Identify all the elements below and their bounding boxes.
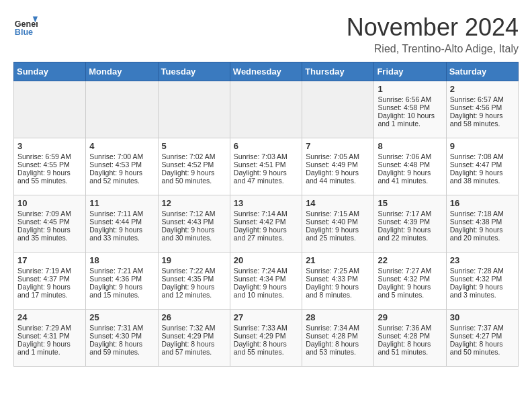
- day-info: Daylight: 9 hours and 10 minutes.: [234, 283, 298, 299]
- day-info: Sunrise: 7:17 AM: [378, 210, 442, 218]
- col-header-monday: Monday: [86, 62, 158, 81]
- calendar-cell: 9Sunrise: 7:08 AMSunset: 4:47 PMDaylight…: [446, 138, 518, 195]
- day-number: 16: [450, 198, 515, 208]
- calendar-cell: 17Sunrise: 7:19 AMSunset: 4:37 PMDayligh…: [14, 253, 86, 310]
- day-number: 23: [450, 255, 515, 265]
- day-number: 2: [450, 84, 515, 94]
- day-info: Sunset: 4:28 PM: [306, 332, 370, 340]
- day-info: Sunrise: 7:28 AM: [450, 267, 515, 275]
- day-info: Sunrise: 7:34 AM: [306, 324, 370, 332]
- day-info: Daylight: 8 hours and 50 minutes.: [450, 340, 515, 356]
- day-info: Sunset: 4:58 PM: [378, 103, 442, 111]
- day-info: Daylight: 9 hours and 27 minutes.: [234, 226, 298, 242]
- day-number: 3: [17, 141, 82, 151]
- day-number: 4: [89, 141, 154, 151]
- day-info: Sunset: 4:51 PM: [234, 161, 298, 169]
- calendar-cell: 27Sunrise: 7:33 AMSunset: 4:29 PMDayligh…: [230, 310, 302, 367]
- day-info: Daylight: 9 hours and 3 minutes.: [450, 283, 515, 299]
- day-info: Daylight: 9 hours and 30 minutes.: [162, 226, 226, 242]
- day-number: 20: [234, 255, 298, 265]
- day-info: Sunset: 4:40 PM: [306, 218, 370, 226]
- svg-text:Blue: Blue: [15, 28, 33, 37]
- calendar-cell: 13Sunrise: 7:14 AMSunset: 4:42 PMDayligh…: [230, 195, 302, 253]
- calendar-cell: 3Sunrise: 6:59 AMSunset: 4:55 PMDaylight…: [14, 138, 86, 195]
- day-info: Sunset: 4:44 PM: [89, 218, 154, 226]
- day-info: Sunset: 4:30 PM: [89, 332, 154, 340]
- day-info: Daylight: 8 hours and 55 minutes.: [234, 340, 298, 356]
- day-info: Daylight: 9 hours and 55 minutes.: [17, 169, 82, 185]
- day-number: 1: [378, 84, 442, 94]
- day-info: Daylight: 9 hours and 1 minute.: [17, 340, 82, 356]
- day-number: 24: [17, 312, 82, 322]
- calendar-cell: 29Sunrise: 7:36 AMSunset: 4:28 PMDayligh…: [374, 310, 446, 367]
- day-number: 8: [378, 141, 442, 151]
- day-info: Sunrise: 6:59 AM: [17, 152, 82, 161]
- day-info: Sunrise: 7:09 AM: [17, 210, 82, 218]
- day-info: Daylight: 8 hours and 59 minutes.: [89, 340, 154, 356]
- day-number: 12: [162, 198, 226, 208]
- day-info: Sunrise: 7:19 AM: [17, 267, 82, 275]
- day-info: Sunset: 4:39 PM: [378, 218, 442, 226]
- week-row-3: 10Sunrise: 7:09 AMSunset: 4:45 PMDayligh…: [14, 195, 519, 253]
- page-header: General Blue November 2024 Ried, Trentin…: [13, 13, 519, 55]
- day-info: Daylight: 8 hours and 51 minutes.: [378, 340, 442, 356]
- calendar-cell: 6Sunrise: 7:03 AMSunset: 4:51 PMDaylight…: [230, 138, 302, 195]
- day-info: Sunrise: 7:06 AM: [378, 152, 442, 161]
- calendar-cell: 25Sunrise: 7:31 AMSunset: 4:30 PMDayligh…: [86, 310, 158, 367]
- day-info: Sunrise: 7:14 AM: [234, 210, 298, 218]
- calendar-cell: 5Sunrise: 7:02 AMSunset: 4:52 PMDaylight…: [158, 138, 230, 195]
- day-info: Daylight: 9 hours and 50 minutes.: [162, 169, 226, 185]
- day-info: Daylight: 9 hours and 17 minutes.: [17, 283, 82, 299]
- calendar-cell: 2Sunrise: 6:57 AMSunset: 4:56 PMDaylight…: [446, 81, 518, 138]
- day-info: Sunrise: 7:31 AM: [89, 324, 154, 332]
- day-info: Sunset: 4:32 PM: [450, 275, 515, 283]
- day-info: Daylight: 9 hours and 35 minutes.: [17, 226, 82, 242]
- day-info: Sunset: 4:33 PM: [306, 275, 370, 283]
- day-number: 26: [162, 312, 226, 322]
- day-info: Sunrise: 7:37 AM: [450, 324, 515, 332]
- day-info: Sunrise: 7:36 AM: [378, 324, 442, 332]
- day-info: Daylight: 9 hours and 8 minutes.: [306, 283, 370, 299]
- day-info: Sunset: 4:45 PM: [17, 218, 82, 226]
- calendar-cell: 11Sunrise: 7:11 AMSunset: 4:44 PMDayligh…: [86, 195, 158, 253]
- calendar-cell: 26Sunrise: 7:32 AMSunset: 4:29 PMDayligh…: [158, 310, 230, 367]
- day-info: Sunset: 4:34 PM: [234, 275, 298, 283]
- week-row-2: 3Sunrise: 6:59 AMSunset: 4:55 PMDaylight…: [14, 138, 519, 195]
- day-info: Sunset: 4:47 PM: [450, 161, 515, 169]
- calendar-cell: [86, 81, 158, 138]
- day-number: 7: [306, 141, 370, 151]
- day-info: Sunrise: 7:12 AM: [162, 210, 226, 218]
- calendar-cell: 15Sunrise: 7:17 AMSunset: 4:39 PMDayligh…: [374, 195, 446, 253]
- calendar-cell: [230, 81, 302, 138]
- day-info: Sunset: 4:53 PM: [89, 161, 154, 169]
- day-info: Daylight: 9 hours and 52 minutes.: [89, 169, 154, 185]
- day-info: Daylight: 8 hours and 53 minutes.: [306, 340, 370, 356]
- day-number: 17: [17, 255, 82, 265]
- day-info: Sunrise: 6:56 AM: [378, 95, 442, 103]
- day-info: Sunrise: 7:05 AM: [306, 152, 370, 161]
- day-info: Sunrise: 7:22 AM: [162, 267, 226, 275]
- week-row-5: 24Sunrise: 7:29 AMSunset: 4:31 PMDayligh…: [14, 310, 519, 367]
- calendar-cell: 22Sunrise: 7:27 AMSunset: 4:32 PMDayligh…: [374, 253, 446, 310]
- calendar-cell: 1Sunrise: 6:56 AMSunset: 4:58 PMDaylight…: [374, 81, 446, 138]
- day-info: Sunrise: 7:11 AM: [89, 210, 154, 218]
- day-number: 13: [234, 198, 298, 208]
- day-number: 28: [306, 312, 370, 322]
- day-info: Daylight: 9 hours and 38 minutes.: [450, 169, 515, 185]
- day-info: Sunrise: 7:08 AM: [450, 152, 515, 161]
- calendar-cell: [302, 81, 374, 138]
- day-number: 6: [234, 141, 298, 151]
- day-info: Sunrise: 7:32 AM: [162, 324, 226, 332]
- day-info: Sunset: 4:48 PM: [378, 161, 442, 169]
- day-number: 10: [17, 198, 82, 208]
- day-info: Sunrise: 7:02 AM: [162, 152, 226, 161]
- calendar-cell: [14, 81, 86, 138]
- day-info: Daylight: 9 hours and 44 minutes.: [306, 169, 370, 185]
- logo-icon: General Blue: [13, 13, 38, 38]
- col-header-wednesday: Wednesday: [230, 62, 302, 81]
- logo: General Blue: [13, 13, 38, 38]
- day-number: 22: [378, 255, 442, 265]
- day-number: 15: [378, 198, 442, 208]
- calendar-cell: 24Sunrise: 7:29 AMSunset: 4:31 PMDayligh…: [14, 310, 86, 367]
- day-info: Sunset: 4:29 PM: [234, 332, 298, 340]
